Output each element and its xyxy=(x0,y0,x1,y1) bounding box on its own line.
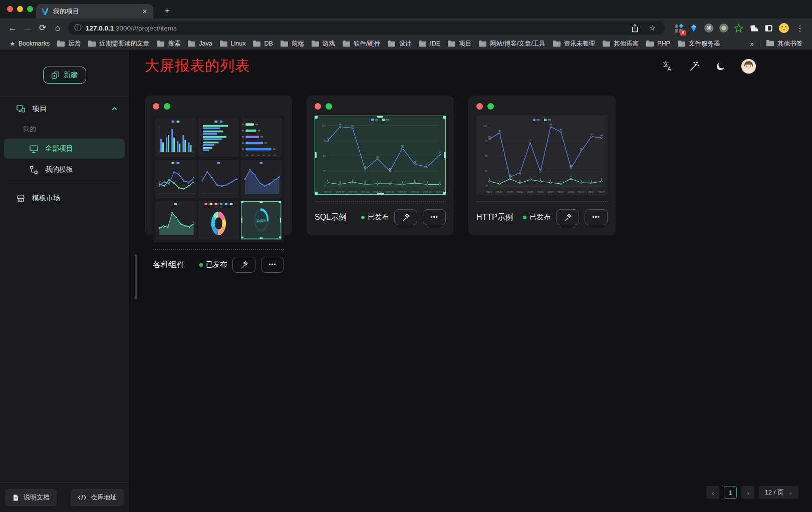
sidebar-toggle-icon[interactable] xyxy=(763,23,774,34)
language-icon[interactable]: 文 A xyxy=(662,61,673,72)
other-bookmarks-folder[interactable]: 其他书签 xyxy=(762,40,806,48)
edit-hammer-button[interactable] xyxy=(232,257,255,273)
mini-chart-bars xyxy=(155,118,196,157)
home-icon[interactable]: ⌂ xyxy=(50,21,65,35)
bookmarks-overflow-icon[interactable]: » xyxy=(746,40,758,48)
docs-button[interactable]: 说明文档 xyxy=(5,489,57,506)
page-size-select[interactable]: 12 / 页 ⌄ xyxy=(759,486,798,499)
chevron-up-icon[interactable] xyxy=(111,106,118,112)
address-bar[interactable]: ⓘ 127.0.0.1:3000/#/project/items ☆ xyxy=(68,21,665,35)
tab-close-icon[interactable]: ✕ xyxy=(141,8,148,15)
selection-handle[interactable] xyxy=(443,192,446,195)
reload-icon[interactable]: ⟳ xyxy=(35,21,50,35)
project-card[interactable]: 02550751002021-012021-022021-032021-0420… xyxy=(307,96,454,235)
selection-handle[interactable] xyxy=(377,116,383,118)
red-dot xyxy=(476,103,483,110)
bookmarks-list: 运营近期需要读的文章搜索JavaLinuxDB前端游戏软件/硬件设计IDE项目网… xyxy=(53,40,746,48)
extension-grid-icon[interactable]: 9 xyxy=(673,23,684,34)
svg-text:100: 100 xyxy=(322,124,326,127)
more-options-button[interactable]: ••• xyxy=(261,257,284,273)
bookmark-star-icon[interactable]: ☆ xyxy=(646,23,659,33)
bookmark-folder[interactable]: 搜索 xyxy=(153,40,184,48)
project-card[interactable]: 25.00% 各种组件 已发布 ••• xyxy=(145,96,292,235)
dark-mode-moon-icon[interactable] xyxy=(715,61,726,72)
scrollbar-thumb[interactable] xyxy=(135,254,137,299)
bookmarks-manager-item[interactable]: ★ Bookmarks xyxy=(6,40,53,48)
user-avatar[interactable] xyxy=(741,59,756,74)
code-icon xyxy=(78,494,87,501)
browser-tab[interactable]: 我的项目 ✕ xyxy=(36,4,153,19)
selection-handle[interactable] xyxy=(444,152,446,158)
sidebar-section-project[interactable]: 项目 xyxy=(0,97,129,121)
selection-handle[interactable] xyxy=(443,116,446,119)
bookmark-folder[interactable]: 游戏 xyxy=(308,40,339,48)
bookmark-folder[interactable]: 设计 xyxy=(384,40,415,48)
bookmark-folder[interactable]: Linux xyxy=(216,40,249,48)
project-name: 各种组件 xyxy=(153,260,194,270)
more-options-button[interactable]: ••• xyxy=(585,209,608,225)
project-preview-thumbnail: 25.00% xyxy=(153,116,284,242)
zoom-window-button[interactable] xyxy=(27,6,33,12)
sidebar-item-template-market[interactable]: 模板市场 xyxy=(4,188,125,208)
extension-gem-icon[interactable] xyxy=(688,23,699,34)
bookmark-folder[interactable]: 资讯未整理 xyxy=(549,40,599,48)
project-card[interactable]: 025507510009-0109-0209-0309-0409-0509-06… xyxy=(468,96,616,235)
sidebar-item-my-templates[interactable]: 我的模板 xyxy=(4,160,125,180)
share-icon[interactable] xyxy=(628,24,642,33)
bookmark-folder[interactable]: 网站/博客/文章/工具 xyxy=(475,40,549,48)
selection-handle[interactable] xyxy=(315,152,317,158)
extension-command-icon[interactable]: ⌘ xyxy=(703,23,714,34)
svg-text:7: 7 xyxy=(352,179,354,181)
bookmark-folder[interactable]: 文件服务器 xyxy=(674,40,724,48)
project-name: HTTP示例 xyxy=(476,212,517,223)
divider xyxy=(760,40,760,47)
more-options-button[interactable]: ••• xyxy=(423,209,446,225)
edit-hammer-button[interactable] xyxy=(394,209,417,225)
svg-text:8: 8 xyxy=(540,178,542,180)
bookmark-folder[interactable]: 运营 xyxy=(53,40,84,48)
bookmark-folder[interactable]: 其他语言 xyxy=(599,40,642,48)
svg-text:6: 6 xyxy=(327,179,329,182)
bookmark-folder[interactable]: 前端 xyxy=(277,40,308,48)
new-project-button[interactable]: 新建 xyxy=(43,67,86,84)
svg-text:11: 11 xyxy=(529,176,531,179)
svg-text:4: 4 xyxy=(499,180,500,183)
extension-star-icon[interactable] xyxy=(733,23,744,34)
extension-record-icon[interactable] xyxy=(718,23,729,34)
svg-text:09-04: 09-04 xyxy=(517,191,523,194)
bookmark-folder[interactable]: DB xyxy=(249,40,276,48)
close-window-button[interactable] xyxy=(7,6,13,12)
theme-wand-icon[interactable] xyxy=(689,61,700,72)
sidebar-group-mine: 我的 xyxy=(0,121,129,138)
selection-handle[interactable] xyxy=(315,116,318,119)
site-info-icon[interactable]: ⓘ xyxy=(74,24,81,33)
selection-handle[interactable] xyxy=(377,193,384,195)
bookmark-folder[interactable]: 软件/硬件 xyxy=(339,40,384,48)
bookmark-folder[interactable]: IDE xyxy=(415,40,444,48)
bookmark-folder[interactable]: 项目 xyxy=(444,40,475,48)
profile-avatar-emoji[interactable] xyxy=(778,23,789,34)
back-icon[interactable]: ← xyxy=(5,21,20,35)
forward-icon[interactable]: → xyxy=(20,21,35,35)
bookmark-folder[interactable]: Java xyxy=(184,40,215,48)
minimize-window-button[interactable] xyxy=(17,6,23,12)
status-badge: 已发布 xyxy=(361,213,389,222)
bookmark-folder[interactable]: 近期需要读的文章 xyxy=(84,40,153,48)
sidebar-item-all-projects[interactable]: 全部项目 xyxy=(4,139,125,159)
svg-text:25: 25 xyxy=(323,170,326,173)
bookmark-folder[interactable]: PHP xyxy=(642,40,674,48)
svg-text:78: 78 xyxy=(488,136,491,138)
edit-hammer-button[interactable] xyxy=(556,209,579,225)
browser-menu-icon[interactable]: ⋮ xyxy=(793,23,807,34)
extensions-puzzle-icon[interactable] xyxy=(748,23,759,34)
new-tab-button[interactable]: + xyxy=(161,6,173,16)
next-page-button[interactable]: › xyxy=(741,486,754,499)
prev-page-button[interactable]: ‹ xyxy=(706,486,719,499)
repo-button[interactable]: 仓库地址 xyxy=(71,489,124,506)
selection-handle[interactable] xyxy=(315,192,318,195)
dashed-divider xyxy=(153,249,284,250)
svg-text:3: 3 xyxy=(402,181,403,183)
mini-chart-area2 xyxy=(155,201,196,240)
current-page-button[interactable]: 1 xyxy=(724,486,737,499)
mini-chart-donut xyxy=(198,201,239,240)
